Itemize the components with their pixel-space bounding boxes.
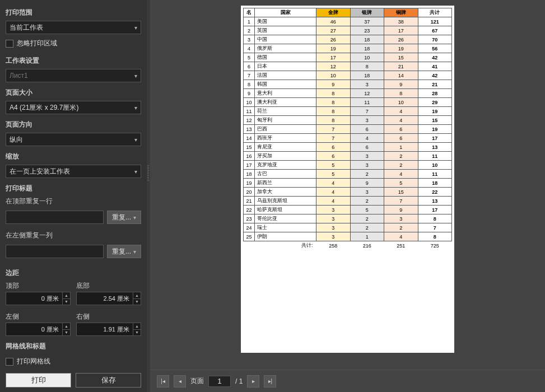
totals-row: 共计:258216251725 bbox=[244, 241, 452, 250]
table-row: 3中国26182670 bbox=[244, 35, 452, 44]
table-row: 18古巴52411 bbox=[244, 170, 452, 179]
scale-label: 缩放 bbox=[6, 152, 141, 161]
ignore-print-area-label: 忽略打印区域 bbox=[17, 39, 57, 48]
margin-left-label: 左侧 bbox=[6, 312, 71, 321]
table-row: 24瑞士3227 bbox=[244, 223, 452, 232]
print-gridlines-row[interactable]: 打印网格线 bbox=[6, 354, 141, 368]
th-total: 共计 bbox=[418, 8, 452, 17]
preview-area: 名 国家 金牌 银牌 铜牌 共计 1美国4637381212英国27231767… bbox=[150, 0, 545, 392]
repeat-left-button[interactable]: 重复...▾ bbox=[107, 245, 141, 258]
page-label: 页面 bbox=[190, 376, 204, 386]
table-row: 20加拿大431522 bbox=[244, 188, 452, 197]
orientation-value: 纵向 bbox=[10, 135, 23, 144]
margin-right-label: 右侧 bbox=[76, 312, 141, 321]
print-range-label: 打印范围 bbox=[6, 8, 141, 17]
print-gridlines-checkbox[interactable] bbox=[6, 358, 13, 366]
table-row: 9意大利812828 bbox=[244, 89, 452, 98]
table-row: 15肯尼亚66113 bbox=[244, 143, 452, 152]
chevron-down-icon: ▾ bbox=[134, 137, 137, 143]
table-row: 5德国17101542 bbox=[244, 53, 452, 62]
table-row: 25伊朗3148 bbox=[244, 232, 452, 241]
th-rank: 名 bbox=[244, 8, 255, 17]
orientation-select[interactable]: 纵向 ▾ bbox=[6, 133, 141, 146]
spin-up-icon[interactable]: ▲ bbox=[63, 323, 70, 330]
margin-right-input[interactable]: 1.91 厘米▲▼ bbox=[76, 323, 141, 336]
print-titles-label: 打印标题 bbox=[6, 184, 141, 193]
page-size-value: A4 (21厘米 x 29.7厘米) bbox=[10, 103, 78, 113]
spin-down-icon[interactable]: ▼ bbox=[63, 299, 70, 305]
repeat-top-button[interactable]: 重复...▾ bbox=[107, 211, 141, 224]
spin-up-icon[interactable]: ▲ bbox=[133, 323, 141, 330]
repeat-top-input[interactable] bbox=[6, 211, 104, 224]
save-button[interactable]: 保存 bbox=[76, 373, 141, 388]
th-silver: 银牌 bbox=[350, 8, 384, 17]
medal-table: 名 国家 金牌 银牌 铜牌 共计 1美国4637381212英国27231767… bbox=[243, 8, 452, 250]
last-page-button[interactable]: ▸| bbox=[264, 375, 276, 388]
repeat-left-input[interactable] bbox=[6, 245, 104, 258]
table-row: 7法国10181442 bbox=[244, 71, 452, 80]
margin-bottom-input[interactable]: 2.54 厘米▲▼ bbox=[76, 292, 141, 305]
table-row: 1美国463738121 bbox=[244, 17, 452, 26]
th-bronze: 铜牌 bbox=[384, 8, 418, 17]
repeat-left-label: 在左侧重复一列 bbox=[6, 231, 141, 240]
page-size-select[interactable]: A4 (21厘米 x 29.7厘米) ▾ bbox=[6, 101, 141, 114]
print-gridlines-label: 打印网格线 bbox=[17, 357, 50, 366]
margin-top-label: 顶部 bbox=[6, 281, 71, 291]
table-row: 6日本1282141 bbox=[244, 62, 452, 71]
table-row: 16牙买加63211 bbox=[244, 152, 452, 161]
spin-down-icon[interactable]: ▼ bbox=[63, 330, 70, 336]
chevron-down-icon: ▾ bbox=[134, 73, 137, 79]
th-gold: 金牌 bbox=[316, 8, 351, 17]
sheet-settings-value: Лист1 bbox=[10, 72, 28, 80]
settings-sidebar: 打印范围 当前工作表 ▾ 忽略打印区域 工作表设置 Лист1 ▾ 页面大小 A… bbox=[0, 0, 147, 370]
table-row: 22哈萨克斯坦35917 bbox=[244, 206, 452, 214]
chevron-down-icon: ▾ bbox=[133, 249, 136, 255]
spin-down-icon[interactable]: ▼ bbox=[133, 330, 141, 336]
chevron-down-icon: ▾ bbox=[134, 169, 137, 175]
chevron-down-icon: ▾ bbox=[133, 214, 136, 221]
table-row: 12匈牙利83415 bbox=[244, 116, 452, 125]
chevron-down-icon: ▾ bbox=[134, 25, 137, 31]
table-row: 14西班牙74617 bbox=[244, 134, 452, 143]
table-row: 13巴西76619 bbox=[244, 125, 452, 134]
page-number-input[interactable] bbox=[208, 376, 231, 387]
next-page-button[interactable]: ▸ bbox=[247, 375, 259, 388]
margin-top-input[interactable]: 0 厘米▲▼ bbox=[6, 292, 71, 305]
margin-left-input[interactable]: 0 厘米▲▼ bbox=[6, 323, 71, 336]
orientation-label: 页面方向 bbox=[6, 120, 141, 129]
page-total: / 1 bbox=[235, 377, 243, 385]
page-size-label: 页面大小 bbox=[6, 88, 141, 97]
chevron-down-icon: ▾ bbox=[134, 105, 137, 111]
table-row: 17克罗地亚53210 bbox=[244, 161, 452, 170]
margin-bottom-label: 底部 bbox=[76, 281, 141, 291]
table-row: 4俄罗斯19181956 bbox=[244, 44, 452, 53]
repeat-top-label: 在顶部重复一行 bbox=[6, 197, 141, 206]
table-row: 23哥伦比亚3238 bbox=[244, 214, 452, 223]
ignore-print-area-row[interactable]: 忽略打印区域 bbox=[6, 36, 141, 50]
first-page-button[interactable]: |◂ bbox=[157, 375, 169, 388]
table-row: 10澳大利亚8111029 bbox=[244, 98, 452, 107]
prev-page-button[interactable]: ◂ bbox=[174, 375, 186, 388]
spin-down-icon[interactable]: ▼ bbox=[133, 299, 141, 305]
sheet-settings-label: 工作表设置 bbox=[6, 56, 141, 66]
th-country: 国家 bbox=[255, 8, 316, 17]
spin-up-icon[interactable]: ▲ bbox=[133, 292, 141, 299]
table-row: 8韩国93921 bbox=[244, 80, 452, 89]
table-row: 11荷兰87419 bbox=[244, 107, 452, 116]
margins-label: 边距 bbox=[6, 268, 141, 278]
preview-footer: |◂ ◂ 页面 / 1 ▸ ▸| bbox=[150, 370, 545, 392]
table-row: 2英国27231767 bbox=[244, 26, 452, 35]
page-preview: 名 国家 金牌 银牌 铜牌 共计 1美国4637381212英国27231767… bbox=[241, 6, 454, 353]
scale-select[interactable]: 在一页上安装工作表 ▾ bbox=[6, 165, 141, 178]
print-button[interactable]: 打印 bbox=[6, 373, 71, 388]
print-range-value: 当前工作表 bbox=[10, 23, 43, 32]
sheet-settings-select[interactable]: Лист1 ▾ bbox=[6, 69, 141, 82]
table-row: 21乌兹别克斯坦42713 bbox=[244, 197, 452, 206]
ignore-print-area-checkbox[interactable] bbox=[6, 40, 13, 48]
pane-divider[interactable] bbox=[147, 0, 150, 392]
scale-value: 在一页上安装工作表 bbox=[10, 167, 70, 176]
print-range-select[interactable]: 当前工作表 ▾ bbox=[6, 21, 141, 34]
table-row: 19新西兰49518 bbox=[244, 179, 452, 188]
spin-up-icon[interactable]: ▲ bbox=[63, 292, 70, 299]
gridlines-titles-label: 网格线和标题 bbox=[6, 342, 141, 351]
